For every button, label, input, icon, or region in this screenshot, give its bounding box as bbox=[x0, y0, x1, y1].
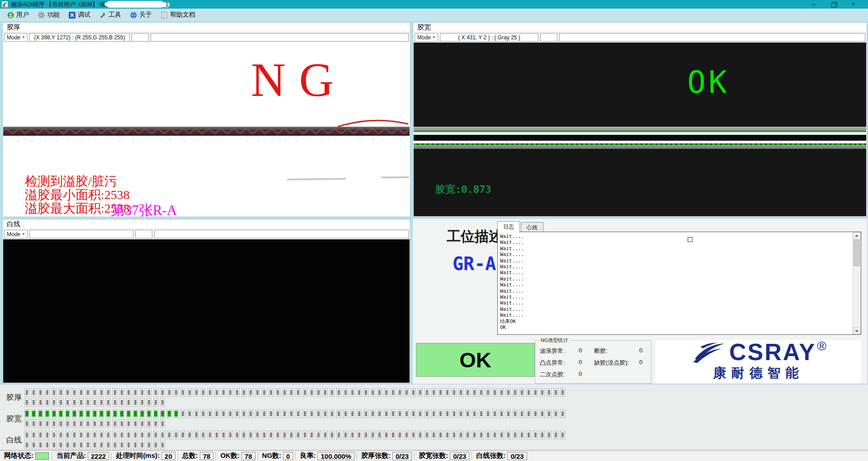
indicator-cell bbox=[499, 409, 504, 418]
restore-button[interactable] bbox=[824, 1, 844, 8]
indicator-cell bbox=[133, 419, 138, 428]
indicator-cell bbox=[262, 409, 267, 418]
indicator-cell bbox=[506, 431, 511, 439]
indicator-cell bbox=[431, 431, 436, 439]
indicator-cell bbox=[519, 431, 524, 439]
registered-mark: ® bbox=[817, 341, 826, 351]
indicator-cell bbox=[72, 398, 77, 407]
scroll-down-icon[interactable] bbox=[853, 327, 861, 334]
mode-dropdown[interactable]: Mode bbox=[4, 230, 28, 238]
erased-mark bbox=[287, 178, 346, 180]
indicator-cell bbox=[275, 388, 280, 397]
indicator-cell bbox=[357, 431, 362, 439]
indicator-cell bbox=[72, 431, 77, 439]
indicator-cell bbox=[370, 388, 375, 397]
indicator-cell bbox=[547, 409, 552, 418]
menu-item-help[interactable]: 帮助文档 bbox=[156, 10, 200, 20]
menu-item-debug[interactable]: 调试 bbox=[64, 10, 95, 20]
tab-log[interactable]: 日志 bbox=[497, 221, 520, 233]
indicator-cell bbox=[180, 431, 185, 439]
indicator-cell bbox=[153, 431, 158, 439]
chevron-down-icon bbox=[433, 37, 435, 39]
indicator-cell bbox=[133, 431, 138, 439]
status-value: 0/23 bbox=[507, 452, 527, 460]
indicator-cell bbox=[160, 419, 165, 428]
indicator-cell bbox=[255, 409, 260, 418]
log-line: Wait.... bbox=[500, 312, 851, 318]
indicator-cell bbox=[519, 388, 524, 397]
indicator-cell bbox=[52, 388, 57, 397]
indicator-cell bbox=[140, 431, 145, 439]
status-label: 总数: bbox=[182, 451, 198, 460]
indicator-cell bbox=[458, 409, 463, 418]
indicator-cell bbox=[458, 431, 463, 439]
log-line: Wait.... bbox=[500, 239, 851, 245]
ng-stat-label: 二次点胶: bbox=[540, 371, 578, 379]
scroll-up-icon[interactable] bbox=[853, 232, 861, 239]
indicator-cell bbox=[404, 409, 409, 418]
indicator-cell bbox=[160, 441, 165, 449]
indicator-row bbox=[24, 419, 565, 428]
inspection-image-thickness: NG 检测到溢胶/脏污 溢胶最小面积:2538 溢胶最大面积:2538 第37张… bbox=[3, 43, 410, 216]
indicator-cell bbox=[38, 398, 43, 407]
indicator-cell bbox=[24, 398, 29, 407]
log-scrollbar[interactable] bbox=[853, 232, 861, 334]
indicator-cell bbox=[452, 409, 457, 418]
indicator-group-label: 胶厚 bbox=[6, 392, 24, 403]
overall-result-button[interactable]: OK bbox=[416, 343, 535, 377]
inspection-image-whiteline bbox=[3, 239, 410, 383]
indicator-cell bbox=[58, 441, 63, 449]
status-label: 胶宽张数: bbox=[419, 451, 448, 460]
log-panel[interactable]: Wait....Wait....Wait....Wait....Wait....… bbox=[497, 232, 861, 335]
indicator-cell bbox=[133, 388, 138, 397]
menu-item-user[interactable]: 用户 bbox=[3, 10, 33, 20]
status-items: 当前产品:2222处理时间(ms):20总数:78OK数:78NG数:0良率:1… bbox=[50, 451, 527, 460]
indicator-cell bbox=[174, 388, 179, 397]
menu-item-tools[interactable]: 工具 bbox=[95, 10, 126, 20]
indicator-row bbox=[24, 388, 565, 397]
scrollbar-thumb[interactable] bbox=[854, 240, 860, 266]
indicator-cell bbox=[397, 388, 402, 397]
debug-icon bbox=[69, 12, 75, 19]
indicator-cell bbox=[540, 388, 545, 397]
status-divider bbox=[472, 452, 472, 460]
logo-brand-text: CSRAY bbox=[729, 341, 816, 363]
indicator-cell bbox=[119, 419, 124, 428]
indicator-cell bbox=[52, 398, 57, 407]
menu-item-functions[interactable]: 功能 bbox=[33, 10, 64, 20]
app-icon bbox=[2, 1, 8, 7]
result-text-ng: NG bbox=[251, 52, 347, 108]
toolbar-long-box bbox=[154, 230, 409, 238]
indicator-cell bbox=[336, 388, 341, 397]
indicator-cell bbox=[58, 398, 63, 407]
indicator-cell bbox=[289, 431, 294, 439]
indicator-cell bbox=[438, 431, 443, 439]
indicator-cell bbox=[45, 388, 50, 397]
indicator-cell bbox=[248, 409, 253, 418]
indicator-cell bbox=[146, 388, 151, 397]
pixel-readout: (X 398,Y 1272) : (R 255,G 255,B 255) bbox=[29, 33, 130, 42]
indicator-cell bbox=[208, 431, 212, 439]
menu-item-about[interactable]: 关于 bbox=[126, 10, 156, 20]
indicator-cell bbox=[160, 409, 165, 418]
mode-dropdown[interactable]: Mode bbox=[4, 33, 28, 42]
indicator-cell bbox=[431, 388, 436, 397]
indicator-row bbox=[24, 441, 565, 449]
indicator-cell bbox=[160, 388, 165, 397]
indicator-cell bbox=[167, 409, 172, 418]
indicator-cell bbox=[309, 409, 314, 418]
indicator-cell bbox=[533, 388, 538, 397]
mode-dropdown[interactable]: Mode bbox=[415, 33, 438, 42]
log-checkbox[interactable] bbox=[688, 237, 693, 242]
indicator-cell bbox=[506, 388, 511, 397]
indicator-cell bbox=[452, 431, 457, 439]
indicator-cell bbox=[445, 431, 450, 439]
toolbar-small-box bbox=[135, 230, 152, 238]
indicator-cell bbox=[140, 398, 145, 407]
indicator-cell bbox=[262, 388, 267, 397]
minimize-button[interactable]: – bbox=[804, 0, 824, 9]
indicator-cell bbox=[45, 441, 50, 449]
indicator-cell bbox=[24, 409, 29, 418]
close-button[interactable]: × bbox=[844, 0, 863, 9]
indicator-group-label: 白线 bbox=[6, 435, 24, 445]
